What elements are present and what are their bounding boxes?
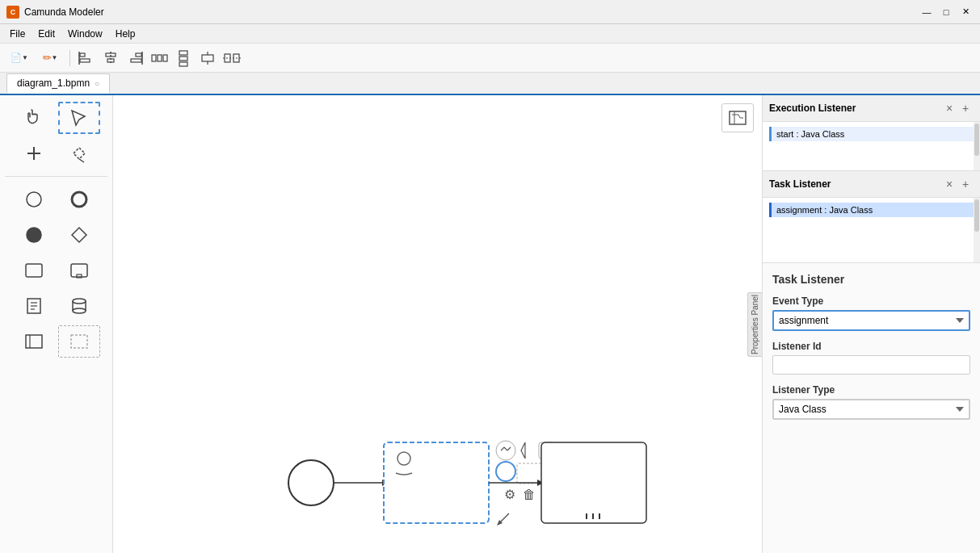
annotation-tool[interactable] bbox=[13, 290, 55, 322]
lt-row-7 bbox=[3, 325, 109, 358]
action-2[interactable] bbox=[521, 442, 525, 459]
pool-tool[interactable] bbox=[13, 325, 55, 358]
lt-row-3 bbox=[3, 183, 109, 216]
action-1[interactable] bbox=[496, 441, 515, 460]
start-event-tool[interactable] bbox=[13, 183, 55, 216]
svg-rect-9 bbox=[152, 55, 156, 61]
lt-sep-1 bbox=[5, 176, 107, 177]
new-button[interactable]: 📄▼ bbox=[5, 47, 34, 69]
menubar: File Edit Window Help bbox=[0, 24, 980, 44]
tabbar: diagram_1.bpmn ○ bbox=[0, 73, 980, 95]
svg-rect-6 bbox=[136, 53, 141, 57]
lasso-tool[interactable] bbox=[58, 137, 100, 170]
toolbar: 📄▼ ✏▼ bbox=[0, 44, 980, 73]
listener-id-input[interactable] bbox=[772, 355, 970, 375]
svg-rect-7 bbox=[131, 59, 141, 62]
svg-line-23 bbox=[79, 159, 84, 162]
svg-rect-11 bbox=[163, 55, 167, 61]
minimize-button[interactable]: — bbox=[919, 6, 935, 19]
menu-edit[interactable]: Edit bbox=[32, 27, 61, 41]
svg-point-24 bbox=[27, 192, 41, 207]
titlebar: C Camunda Modeler — □ ✕ bbox=[0, 0, 980, 24]
connect-tool[interactable] bbox=[13, 137, 55, 170]
svg-rect-39 bbox=[71, 335, 87, 348]
svg-rect-12 bbox=[179, 51, 187, 55]
svg-rect-0 bbox=[80, 53, 85, 57]
execution-listener-section: Execution Listener × + start : Java Clas… bbox=[763, 95, 980, 171]
svg-rect-14 bbox=[179, 62, 187, 66]
svg-point-25 bbox=[72, 192, 86, 207]
event-type-group: Event Type assignment create complete de… bbox=[772, 295, 970, 331]
event-type-select[interactable]: assignment create complete delete update… bbox=[772, 310, 970, 331]
scrollbar-thumb-2 bbox=[974, 199, 979, 232]
distribute-v-button[interactable] bbox=[172, 47, 195, 69]
svg-point-26 bbox=[27, 228, 41, 242]
app-icon: C bbox=[6, 6, 19, 19]
select-tool[interactable] bbox=[58, 102, 100, 134]
task-listener-header: Task Listener × + bbox=[763, 171, 980, 198]
mode-button[interactable]: ✏▼ bbox=[36, 47, 65, 69]
task-listener-content: assignment : Java Class bbox=[763, 198, 980, 262]
menu-window[interactable]: Window bbox=[61, 27, 109, 41]
action-4[interactable] bbox=[496, 462, 515, 481]
scrollbar-thumb bbox=[974, 124, 979, 156]
svg-rect-15 bbox=[202, 55, 213, 61]
action-7-icon[interactable]: 🗑 bbox=[523, 488, 536, 501]
svg-rect-10 bbox=[158, 55, 162, 61]
event-type-label: Event Type bbox=[772, 295, 970, 307]
end-event-tool[interactable] bbox=[58, 183, 100, 216]
main-area: Properties Panel bbox=[0, 95, 980, 553]
task-listener-section: Task Listener × + assignment : Java Clas… bbox=[763, 171, 980, 263]
execution-listener-header: Execution Listener × + bbox=[763, 95, 980, 122]
task-listener-entry[interactable]: assignment : Java Class bbox=[769, 203, 974, 217]
execution-listener-entry[interactable]: start : Java Class bbox=[769, 127, 974, 141]
listener-id-group: Listener Id bbox=[772, 341, 970, 375]
task-listener-detail: Task Listener Event Type assignment crea… bbox=[763, 263, 980, 553]
window-controls: — □ ✕ bbox=[919, 6, 974, 19]
align-left-button[interactable] bbox=[75, 47, 98, 69]
intermediate-event-tool[interactable] bbox=[13, 219, 55, 251]
maximize-button[interactable]: □ bbox=[938, 6, 954, 19]
execution-listener-close[interactable]: × bbox=[941, 100, 957, 116]
hand-tool[interactable] bbox=[13, 102, 55, 134]
listener-type-label: Listener Type bbox=[772, 384, 970, 396]
execution-listener-add[interactable]: + bbox=[957, 100, 974, 116]
tab-diagram1[interactable]: diagram_1.bpmn ○ bbox=[6, 73, 110, 94]
align-right-button[interactable] bbox=[124, 47, 146, 69]
action-6-icon[interactable]: ⚙ bbox=[504, 488, 515, 501]
minimap-button[interactable] bbox=[721, 103, 754, 132]
listener-type-select[interactable]: Java Class Expression Delegate Expressio… bbox=[772, 399, 970, 420]
task-listener-add[interactable]: + bbox=[957, 176, 974, 192]
align-center-button[interactable] bbox=[99, 47, 122, 69]
canvas[interactable]: Properties Panel bbox=[113, 95, 762, 553]
close-button[interactable]: ✕ bbox=[957, 6, 974, 19]
svg-rect-1 bbox=[80, 59, 90, 62]
task-listener-scrollbar[interactable] bbox=[974, 198, 980, 262]
svg-rect-13 bbox=[179, 57, 187, 61]
execution-listener-scrollbar[interactable] bbox=[974, 122, 980, 170]
lt-row-6 bbox=[3, 290, 109, 322]
expand-button[interactable] bbox=[196, 47, 219, 69]
left-toolbar bbox=[0, 95, 113, 553]
task-listener-title: Task Listener bbox=[769, 178, 941, 190]
task-listener-close[interactable]: × bbox=[941, 176, 957, 192]
align-middle-button[interactable] bbox=[221, 47, 243, 69]
subprocess-tool[interactable] bbox=[58, 254, 100, 287]
listener-id-label: Listener Id bbox=[772, 341, 970, 352]
distribute-h-button[interactable] bbox=[148, 47, 170, 69]
app-title: Camunda Modeler bbox=[24, 6, 919, 18]
task-tool[interactable] bbox=[13, 254, 55, 287]
properties-toggle[interactable]: Properties Panel bbox=[747, 292, 762, 357]
menu-file[interactable]: File bbox=[3, 27, 32, 41]
svg-point-33 bbox=[73, 299, 86, 304]
execution-listener-title: Execution Listener bbox=[769, 103, 941, 114]
task-2[interactable] bbox=[541, 442, 646, 523]
menu-help[interactable]: Help bbox=[109, 27, 142, 41]
start-event[interactable] bbox=[288, 460, 334, 505]
lt-row-2 bbox=[3, 137, 109, 170]
tab-close-icon[interactable]: ○ bbox=[95, 79, 99, 88]
datastore-tool[interactable] bbox=[58, 290, 100, 322]
gateway-tool[interactable] bbox=[58, 219, 100, 251]
lt-row-4 bbox=[3, 219, 109, 251]
group-tool[interactable] bbox=[58, 325, 100, 358]
